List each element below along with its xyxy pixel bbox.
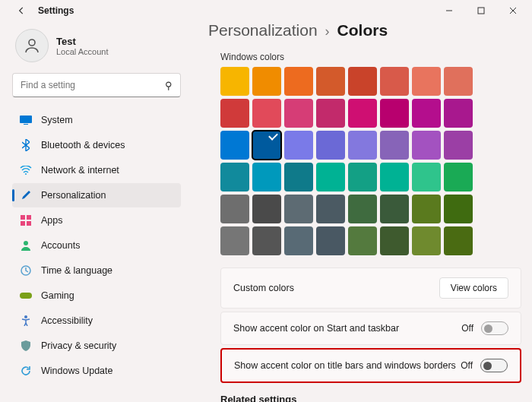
color-swatch[interactable] xyxy=(444,226,473,255)
color-swatch[interactable] xyxy=(412,226,441,255)
window-close-button[interactable] xyxy=(497,0,529,21)
color-swatch[interactable] xyxy=(284,67,313,96)
color-swatch[interactable] xyxy=(316,195,345,223)
color-swatch[interactable] xyxy=(348,195,377,223)
sidebar-item-time[interactable]: Time & language xyxy=(12,258,181,283)
back-button[interactable] xyxy=(12,2,30,20)
color-swatch[interactable] xyxy=(348,67,377,96)
color-swatch[interactable] xyxy=(380,163,409,192)
svg-rect-8 xyxy=(21,221,25,226)
breadcrumb: Personalization › Colors xyxy=(208,21,521,52)
color-swatch[interactable] xyxy=(412,99,441,128)
color-swatch[interactable] xyxy=(284,131,313,160)
color-swatch[interactable] xyxy=(444,99,473,128)
accent-titlebars-state: Off xyxy=(461,360,473,371)
color-swatch[interactable] xyxy=(284,226,313,255)
accent-taskbar-state: Off xyxy=(461,323,473,334)
sidebar-item-label: Bluetooth & devices xyxy=(41,140,125,150)
time-icon xyxy=(20,264,32,277)
color-swatch[interactable] xyxy=(380,195,409,223)
color-swatch[interactable] xyxy=(220,195,249,223)
page-title: Colors xyxy=(337,21,388,40)
accent-titlebars-toggle[interactable] xyxy=(480,359,508,372)
sidebar-item-privacy[interactable]: Privacy & security xyxy=(12,334,181,358)
color-swatch[interactable] xyxy=(220,99,249,128)
system-icon xyxy=(20,114,32,126)
search-icon: ⚲ xyxy=(165,80,173,91)
color-swatch[interactable] xyxy=(412,195,441,223)
search-box[interactable]: ⚲ xyxy=(12,73,181,97)
color-swatch[interactable] xyxy=(412,163,441,192)
color-swatch[interactable] xyxy=(284,195,313,223)
color-swatch[interactable] xyxy=(444,163,473,192)
color-swatch[interactable] xyxy=(380,67,409,96)
sidebar-item-accessibility[interactable]: Accessibility xyxy=(12,309,181,333)
sidebar-item-update[interactable]: Windows Update xyxy=(12,359,181,383)
sidebar-item-bluetooth[interactable]: Bluetooth & devices xyxy=(12,133,181,157)
color-swatch[interactable] xyxy=(252,67,281,96)
color-swatch[interactable] xyxy=(348,163,377,192)
sidebar-item-personalization[interactable]: Personalization xyxy=(12,183,181,207)
sidebar-item-label: Accessibility xyxy=(41,315,93,326)
color-swatch[interactable] xyxy=(252,99,281,128)
color-swatch[interactable] xyxy=(316,99,345,128)
sidebar-item-label: Personalization xyxy=(41,190,106,201)
bluetooth-icon xyxy=(20,139,32,151)
privacy-icon xyxy=(20,340,32,352)
svg-point-13 xyxy=(24,315,27,318)
app-title: Settings xyxy=(38,5,74,16)
search-input[interactable] xyxy=(21,80,165,90)
sidebar-item-system[interactable]: System xyxy=(12,108,181,132)
window-maximize-button[interactable] xyxy=(465,0,497,21)
custom-colors-row[interactable]: Custom colors View colors xyxy=(220,267,521,309)
color-swatch[interactable] xyxy=(252,131,281,160)
svg-point-2 xyxy=(29,40,35,46)
color-swatch[interactable] xyxy=(412,131,441,160)
color-swatch[interactable] xyxy=(380,99,409,128)
svg-rect-1 xyxy=(478,8,484,14)
color-swatch[interactable] xyxy=(316,67,345,96)
network-icon xyxy=(20,164,32,176)
color-swatch[interactable] xyxy=(284,163,313,192)
color-swatch[interactable] xyxy=(412,67,441,96)
color-swatch[interactable] xyxy=(380,131,409,160)
sidebar-item-label: System xyxy=(41,115,73,125)
color-swatch[interactable] xyxy=(316,163,345,192)
color-swatch[interactable] xyxy=(220,226,249,255)
sidebar-item-accounts[interactable]: Accounts xyxy=(12,233,181,258)
color-swatch[interactable] xyxy=(348,226,377,255)
color-swatch[interactable] xyxy=(284,99,313,128)
color-swatch[interactable] xyxy=(220,163,249,192)
color-swatch[interactable] xyxy=(252,195,281,223)
color-swatch[interactable] xyxy=(444,131,473,160)
related-settings-heading: Related settings xyxy=(220,394,521,402)
sidebar-item-gaming[interactable]: Gaming xyxy=(12,283,181,308)
breadcrumb-parent[interactable]: Personalization xyxy=(208,21,318,40)
window-minimize-button[interactable] xyxy=(433,0,465,21)
color-swatch[interactable] xyxy=(316,131,345,160)
color-swatch[interactable] xyxy=(444,67,473,96)
sidebar-item-apps[interactable]: Apps xyxy=(12,208,181,233)
view-colors-button[interactable]: View colors xyxy=(439,277,508,299)
user-name: Test xyxy=(56,36,109,47)
sidebar-item-label: Gaming xyxy=(41,290,74,301)
color-swatch[interactable] xyxy=(444,195,473,223)
color-swatch[interactable] xyxy=(252,163,281,192)
color-swatch[interactable] xyxy=(380,226,409,255)
color-swatch[interactable] xyxy=(220,131,249,160)
accent-taskbar-row[interactable]: Show accent color on Start and taskbar O… xyxy=(220,312,521,345)
windows-colors-label: Windows colors xyxy=(220,52,521,62)
user-row[interactable]: Test Local Account xyxy=(12,24,181,70)
color-swatch[interactable] xyxy=(348,131,377,160)
custom-colors-label: Custom colors xyxy=(233,282,439,295)
color-swatch[interactable] xyxy=(252,226,281,255)
sidebar-item-network[interactable]: Network & internet xyxy=(12,158,181,182)
color-swatch[interactable] xyxy=(348,99,377,128)
sidebar-item-label: Time & language xyxy=(41,265,112,276)
accent-taskbar-toggle xyxy=(481,321,508,335)
personalization-icon xyxy=(20,189,32,201)
color-swatch[interactable] xyxy=(316,226,345,255)
accent-titlebars-row[interactable]: Show accent color on title bars and wind… xyxy=(220,348,521,383)
color-swatch[interactable] xyxy=(220,67,249,96)
svg-point-10 xyxy=(24,241,28,245)
